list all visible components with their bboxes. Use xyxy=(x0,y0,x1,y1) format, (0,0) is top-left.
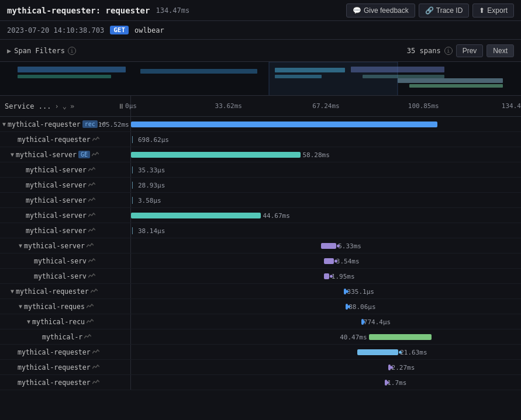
export-button[interactable]: ⬆ Export xyxy=(472,4,514,18)
next-button[interactable]: Next xyxy=(487,44,514,57)
span-row[interactable]: mythical-server35.33μs xyxy=(0,162,521,178)
chevron-down-icon: ⌄ xyxy=(63,102,67,110)
span-name: mythical-requester xyxy=(18,136,91,144)
chart-icon[interactable] xyxy=(92,349,99,356)
span-bar-col: 335.1μs xyxy=(131,284,521,298)
chart-icon[interactable] xyxy=(91,288,98,295)
chart-icon[interactable] xyxy=(92,379,99,386)
span-tick xyxy=(132,182,133,189)
span-name: mythical-server xyxy=(24,242,85,250)
chart-icon[interactable] xyxy=(88,166,95,173)
chart-icon[interactable] xyxy=(92,136,99,143)
chart-icon[interactable] xyxy=(92,364,99,371)
expand-collapse-icon[interactable]: ▼ xyxy=(11,151,14,158)
span-row[interactable]: mythical-requester21.63ms xyxy=(0,345,521,360)
span-row[interactable]: mythical-server28.93μs xyxy=(0,178,521,193)
chevron-right-icon-2: › xyxy=(54,102,58,110)
expand-collapse-icon[interactable]: ▼ xyxy=(2,121,6,127)
span-row[interactable]: ▼mythical-recu774.4μs xyxy=(0,314,521,329)
span-dot-indicator xyxy=(362,320,365,323)
span-bar xyxy=(131,122,437,127)
span-tick xyxy=(132,197,133,204)
span-bar-col: 105.52ms xyxy=(131,117,521,131)
chart-icon[interactable] xyxy=(88,212,95,219)
span-label-col[interactable]: mythical-server xyxy=(0,193,131,207)
span-row[interactable]: mythical-server3.58μs xyxy=(0,193,521,208)
span-label-col[interactable]: mythical-server xyxy=(0,178,131,192)
prev-button[interactable]: Prev xyxy=(456,44,484,57)
chart-icon[interactable] xyxy=(92,151,99,158)
filters-bar: ▶ Span Filters i 35 spans i Prev Next xyxy=(0,40,521,62)
span-label-col[interactable]: mythical-requester xyxy=(0,132,131,147)
span-row[interactable]: mythical-requester2.27ms xyxy=(0,360,521,375)
span-label-col[interactable]: ▼mythical-reques xyxy=(0,299,131,314)
span-bar-col: 58.28ms xyxy=(131,147,521,162)
span-label-col[interactable]: mythical-serv xyxy=(0,269,131,283)
span-row[interactable]: mythical-requester1.7ms xyxy=(0,375,521,390)
span-dot-indicator xyxy=(337,244,340,247)
chart-icon[interactable] xyxy=(88,197,95,204)
span-label-col[interactable]: ▼mythical-recu xyxy=(0,314,131,329)
span-bar xyxy=(321,243,336,249)
span-label-col[interactable]: ▼mythical-serverGE xyxy=(0,147,131,162)
give-feedback-button[interactable]: 💬 Give feedback xyxy=(346,4,415,18)
span-row[interactable]: ▼mythical-serverGE58.28ms xyxy=(0,147,521,162)
expand-collapse-icon[interactable]: ▼ xyxy=(27,318,30,325)
span-row[interactable]: ▼mythical-server5.33ms xyxy=(0,238,521,254)
span-label-col[interactable]: ▼mythical-requester xyxy=(0,284,131,298)
root-service-name: owlbear xyxy=(134,26,164,34)
span-row[interactable]: ▼mythical-requesterrec105.52ms xyxy=(0,117,521,132)
span-duration: 21.63ms xyxy=(400,348,427,356)
span-label-col[interactable]: mythical-requester xyxy=(0,345,131,359)
span-row[interactable]: ▼mythical-reques88.06μs xyxy=(0,299,521,314)
expand-collapse-icon[interactable]: ▼ xyxy=(19,242,22,249)
span-row[interactable]: mythical-requester698.62μs xyxy=(0,132,521,147)
span-row[interactable]: ▼mythical-requester335.1μs xyxy=(0,284,521,299)
span-row[interactable]: mythical-server38.14μs xyxy=(0,223,521,238)
span-filters[interactable]: ▶ Span Filters i xyxy=(7,47,76,55)
span-row[interactable]: mythical-serv1.95ms xyxy=(0,269,521,284)
expand-collapse-icon[interactable]: ▼ xyxy=(11,288,14,294)
span-bar-col: 28.93μs xyxy=(131,178,521,192)
chart-icon[interactable] xyxy=(88,227,95,234)
span-duration: 774.4μs xyxy=(364,318,391,325)
span-label-col[interactable]: ▼mythical-server xyxy=(0,238,131,253)
feedback-icon: 💬 xyxy=(353,6,361,15)
span-name: mythical-requester xyxy=(8,120,81,129)
pause-button[interactable]: ⏸ xyxy=(116,102,126,111)
span-label-col[interactable]: mythical-server xyxy=(0,208,131,223)
span-label-col[interactable]: mythical-r xyxy=(0,329,131,344)
span-bar-col: 38.14μs xyxy=(131,223,521,238)
chart-icon[interactable] xyxy=(87,242,94,249)
span-label-col[interactable]: mythical-server xyxy=(0,162,131,177)
span-bar-col: 35.33μs xyxy=(131,162,521,177)
span-label-col[interactable]: mythical-requester xyxy=(0,375,131,390)
chart-icon[interactable] xyxy=(87,303,94,310)
span-label-col[interactable]: mythical-server xyxy=(0,223,131,238)
chart-icon[interactable] xyxy=(88,258,95,265)
svg-rect-7 xyxy=(398,78,503,83)
span-row[interactable]: mythical-serv3.54ms xyxy=(0,254,521,269)
span-bar-col: 2.27ms xyxy=(131,360,521,374)
expand-collapse-icon[interactable]: ▼ xyxy=(19,303,22,310)
span-duration: 1.7ms xyxy=(387,379,406,386)
chart-icon[interactable] xyxy=(87,318,94,325)
chart-icon[interactable] xyxy=(88,273,95,280)
span-duration: 38.14μs xyxy=(138,227,165,234)
span-bar-col: 21.63ms xyxy=(131,345,521,359)
minimap[interactable] xyxy=(0,62,521,96)
spans-area[interactable]: ▼mythical-requesterrec105.52msmythical-r… xyxy=(0,117,521,420)
span-label-col[interactable]: mythical-requester xyxy=(0,360,131,374)
span-bar-col: 698.62μs xyxy=(131,132,521,147)
span-row[interactable]: mythical-server44.67ms xyxy=(0,208,521,223)
span-duration: 28.93μs xyxy=(138,181,165,189)
time-mark-3: 100.85ms xyxy=(408,102,439,110)
minimap-inner xyxy=(0,62,521,95)
span-row[interactable]: mythical-r40.47ms xyxy=(0,329,521,345)
span-label-col[interactable]: mythical-serv xyxy=(0,254,131,268)
time-ruler: 0μs 33.62ms 67.24ms 100.85ms 134.47ms xyxy=(131,96,521,116)
trace-id-button[interactable]: 🔗 Trace ID xyxy=(419,4,470,18)
chart-icon[interactable] xyxy=(88,182,95,189)
chart-icon[interactable] xyxy=(84,334,91,341)
span-tick xyxy=(132,166,133,173)
